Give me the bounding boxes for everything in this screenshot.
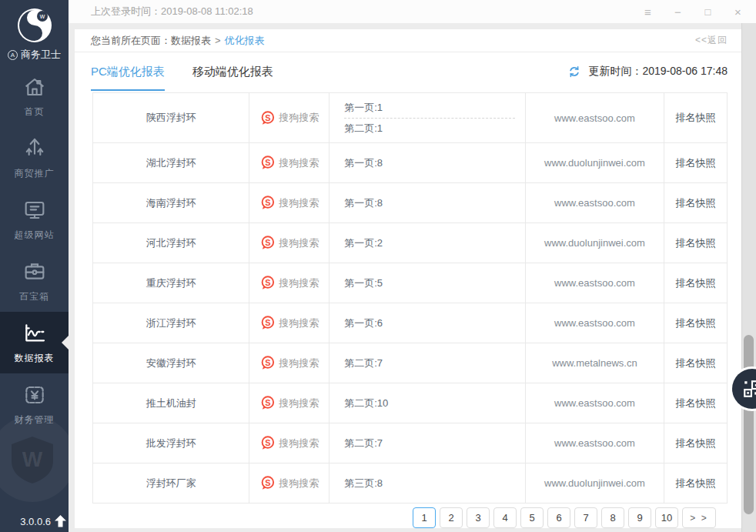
table-row: 浙江浮封环S搜狗搜索第一页:6www.eastsoo.com排名快照 [93, 303, 727, 343]
sogou-icon: S [259, 355, 276, 371]
sidebar-item-label: 超级网站 [15, 229, 55, 242]
website-cell: www.eastsoo.com [526, 423, 665, 463]
page-button-2[interactable]: 2 [440, 507, 463, 528]
website-cell: www.duolunjinwei.com [526, 143, 665, 182]
rank-value: 第二页:1 [344, 119, 514, 139]
page-button-8[interactable]: 8 [601, 507, 624, 528]
sogou-icon: S [259, 475, 276, 491]
rank-value: 第二页:7 [344, 353, 514, 373]
table-row: 浮封环厂家S搜狗搜索第三页:8www.duolunjinwei.com排名快照 [93, 463, 727, 504]
svg-text:w: w [38, 12, 45, 20]
monitor-icon [22, 197, 48, 223]
sidebar-item-toolbox[interactable]: 百宝箱 [0, 250, 69, 312]
snapshot-link[interactable]: 排名快照 [664, 93, 727, 142]
vertical-scrollbar-thumb[interactable] [744, 335, 754, 514]
snapshot-link[interactable]: 排名快照 [664, 423, 727, 463]
upgrade-arrow-icon[interactable] [55, 515, 66, 527]
table-row: 河北浮封环S搜狗搜索第一页:2www.duolunjinwei.com排名快照 [93, 223, 727, 263]
keyword-cell: 海南浮封环 [93, 183, 249, 223]
next-page-button[interactable]: > > [682, 507, 716, 528]
engine-cell: S搜狗搜索 [249, 223, 329, 263]
rank-cell: 第一页:6 [329, 303, 525, 343]
keyword-cell: 湖北浮封环 [93, 143, 249, 182]
refresh-icon[interactable] [567, 65, 581, 79]
brand-badge-icon: A [8, 50, 18, 60]
close-icon[interactable]: × [723, 0, 753, 23]
sidebar-item-super-website[interactable]: 超级网站 [0, 189, 69, 250]
minimize-icon[interactable]: − [663, 0, 693, 23]
maximize-icon[interactable]: □ [693, 0, 723, 23]
sidebar-item-label: 百宝箱 [19, 290, 49, 303]
svg-text:W: W [22, 447, 43, 471]
page-button-3[interactable]: 3 [467, 507, 490, 528]
svg-text:S: S [266, 198, 271, 207]
sogou-icon: S [259, 195, 276, 211]
pagination: 12345678910> > [409, 507, 716, 528]
breadcrumb-parent[interactable]: 数据报表 [171, 34, 211, 48]
sidebar-item-label: 数据报表 [15, 352, 55, 365]
sogou-icon: S [259, 235, 276, 251]
tab-mobile-report[interactable]: 移动端优化报表 [192, 52, 273, 91]
snapshot-link[interactable]: 排名快照 [664, 343, 727, 383]
snapshot-link[interactable]: 排名快照 [664, 383, 727, 423]
page-button-9[interactable]: 9 [628, 507, 651, 528]
rank-cell: 第二页:7 [329, 423, 525, 463]
snapshot-link[interactable]: 排名快照 [664, 183, 727, 223]
svg-text:S: S [266, 358, 271, 367]
snapshot-link[interactable]: 排名快照 [664, 263, 727, 303]
rank-cell: 第二页:10 [329, 383, 525, 423]
update-time-text: 更新时间：2019-08-06 17:48 [588, 65, 728, 79]
rank-cell: 第一页:2 [329, 223, 525, 263]
sogou-icon: S [259, 395, 276, 411]
breadcrumb: 您当前所在页面： 数据报表 > 优化报表 <<返回 [75, 29, 741, 52]
rank-value: 第一页:8 [344, 153, 514, 173]
snapshot-link[interactable]: 排名快照 [664, 463, 727, 503]
menu-icon[interactable]: ≡ [633, 0, 663, 23]
keyword-cell: 安徽浮封环 [93, 343, 249, 383]
page-button-6[interactable]: 6 [547, 507, 570, 528]
engine-label: 搜狗搜索 [279, 276, 319, 290]
active-notch [62, 336, 69, 350]
brand-label: 商务卫士 [21, 48, 61, 62]
titlebar: 上次登录时间：2019-08-08 11:02:18 ≡ − □ × [69, 0, 756, 23]
rank-cell: 第一页:8 [329, 183, 525, 223]
sogou-icon: S [259, 155, 276, 171]
svg-text:S: S [266, 478, 271, 487]
tab-pc-report[interactable]: PC端优化报表 [91, 52, 165, 91]
table-row: 安徽浮封环S搜狗搜索第二页:7www.metalnews.cn排名快照 [93, 343, 727, 383]
rank-value: 第一页:1 [344, 98, 514, 118]
rank-value: 第二页:10 [344, 393, 514, 413]
page-button-5[interactable]: 5 [520, 507, 544, 528]
keyword-cell: 推土机油封 [93, 383, 249, 423]
sidebar-item-data-report[interactable]: 数据报表 [0, 312, 69, 373]
engine-label: 搜狗搜索 [279, 477, 319, 490]
engine-label: 搜狗搜索 [279, 156, 319, 170]
engine-cell: S搜狗搜索 [249, 383, 329, 423]
rank-cell: 第三页:8 [329, 463, 525, 503]
sidebar-item-promotion[interactable]: 商贸推广 [0, 127, 69, 189]
sidebar: w A 商务卫士 首页商贸推广超级网站百宝箱数据报表财务管理 W 3.0.0.6 [0, 0, 69, 532]
rank-value: 第一页:6 [344, 313, 514, 333]
svg-text:S: S [266, 158, 271, 167]
table-row: 陕西浮封环S搜狗搜索第一页:1第二页:1www.eastsoo.com排名快照 [93, 93, 727, 143]
page-button-4[interactable]: 4 [493, 507, 517, 528]
keyword-cell: 河北浮封环 [93, 223, 249, 263]
breadcrumb-current[interactable]: 优化报表 [225, 34, 265, 48]
logo-icon: w [16, 7, 53, 44]
tabs-row: PC端优化报表 移动端优化报表 更新时间：2019-08-06 17:48 [75, 52, 741, 91]
snapshot-link[interactable]: 排名快照 [664, 303, 727, 343]
page-button-1[interactable]: 1 [413, 507, 436, 528]
breadcrumb-prefix: 您当前所在页面： [91, 34, 171, 48]
snapshot-link[interactable]: 排名快照 [664, 223, 727, 263]
snapshot-link[interactable]: 排名快照 [664, 143, 727, 182]
home-icon [22, 74, 48, 100]
back-link[interactable]: <<返回 [695, 34, 728, 47]
sidebar-item-home[interactable]: 首页 [0, 65, 69, 127]
page-button-7[interactable]: 7 [574, 507, 597, 528]
rank-cell: 第一页:1第二页:1 [329, 93, 525, 142]
promote-icon [22, 136, 48, 162]
page-button-10[interactable]: 10 [655, 507, 678, 528]
engine-cell: S搜狗搜索 [249, 343, 329, 383]
rank-table: 陕西浮封环S搜狗搜索第一页:1第二页:1www.eastsoo.com排名快照湖… [92, 92, 728, 504]
sogou-icon: S [259, 110, 276, 126]
